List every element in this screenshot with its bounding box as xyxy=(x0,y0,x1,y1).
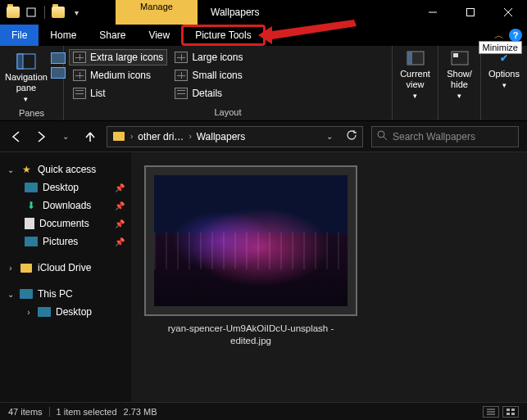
l-label: Large icons xyxy=(192,52,243,63)
address-bar[interactable]: › other dri… › Wallpapers ⌄ xyxy=(107,126,363,147)
search-placeholder: Search Wallpapers xyxy=(393,131,475,142)
tree-this-pc[interactable]: ⌄ This PC xyxy=(3,285,128,303)
ribbon-group-panes-label: Panes xyxy=(0,106,63,121)
layout-large-icons[interactable]: Large icons xyxy=(170,49,247,65)
xl-icons-icon xyxy=(73,52,86,63)
m-label: Medium icons xyxy=(90,70,151,81)
search-icon xyxy=(377,130,388,143)
layout-xl-icons[interactable]: Extra large icons xyxy=(69,49,167,65)
qat-customize-chevron-icon[interactable]: ▾ xyxy=(70,6,83,19)
close-button[interactable] xyxy=(489,0,527,25)
crumb-sep-icon: › xyxy=(189,132,191,141)
svg-rect-9 xyxy=(407,52,412,65)
pictures-icon xyxy=(25,237,38,246)
address-dropdown-chevron-icon[interactable]: ⌄ xyxy=(326,132,333,141)
ribbon-group-panes: Navigation pane ▾ Panes xyxy=(0,46,64,120)
search-box[interactable]: Search Wallpapers xyxy=(371,126,519,147)
show-hide-button[interactable]: Show/ hide ▾ xyxy=(438,46,480,100)
forward-button[interactable] xyxy=(33,129,49,145)
navigation-tree: ⌄ ★ Quick access Desktop📌 ⬇Downloads📌 Do… xyxy=(0,152,131,402)
address-folder-icon xyxy=(112,131,125,142)
maximize-button[interactable] xyxy=(452,0,489,25)
file-item[interactable]: ryan-spencer-Um9AkOiIDcU-unsplash - edit… xyxy=(144,165,357,347)
desktop2-label: Desktop xyxy=(56,306,92,318)
quick-access-label: Quick access xyxy=(38,164,96,175)
tree-quick-access[interactable]: ⌄ ★ Quick access xyxy=(3,160,128,178)
up-button[interactable] xyxy=(82,129,98,145)
details-icon xyxy=(175,88,188,99)
help-icon[interactable]: ? xyxy=(509,29,522,42)
tree-desktop[interactable]: Desktop📌 xyxy=(21,178,128,196)
chevron-down-icon: ▾ xyxy=(457,92,461,100)
current-view-icon xyxy=(404,49,427,67)
icloud-label: iCloud Drive xyxy=(38,262,91,273)
star-icon: ★ xyxy=(20,164,33,175)
pin-icon: 📌 xyxy=(115,201,125,210)
layout-list[interactable]: List xyxy=(69,85,167,102)
contextual-tab-manage[interactable]: Manage xyxy=(116,0,198,25)
tab-picture-tools[interactable]: Picture Tools xyxy=(181,25,265,46)
pictures-label: Pictures xyxy=(43,236,78,247)
tab-home[interactable]: Home xyxy=(39,25,88,46)
svg-line-13 xyxy=(384,137,387,140)
back-button[interactable] xyxy=(8,129,25,145)
view-thumbnails-button[interactable] xyxy=(502,406,519,418)
file-list-pane[interactable]: ryan-spencer-Um9AkOiIDcU-unsplash - edit… xyxy=(131,152,527,402)
ribbon-group-current-view: Current view ▾ xyxy=(393,46,438,120)
svg-rect-18 xyxy=(511,409,515,411)
layout-small-icons[interactable]: Small icons xyxy=(170,67,247,84)
caret-down-icon[interactable]: ⌄ xyxy=(7,165,15,174)
breadcrumb-2[interactable]: Wallpapers xyxy=(197,131,246,142)
xl-label: Extra large icons xyxy=(90,52,163,63)
tab-file[interactable]: File xyxy=(0,25,39,46)
details-label: Details xyxy=(192,88,222,99)
minimize-button[interactable] xyxy=(414,0,452,25)
ribbon: Navigation pane ▾ Panes Extra large icon… xyxy=(0,46,527,121)
tree-pictures[interactable]: Pictures📌 xyxy=(21,233,128,251)
view-details-button[interactable] xyxy=(483,406,499,418)
window-controls xyxy=(414,0,527,25)
recent-locations-chevron-icon[interactable]: ⌄ xyxy=(57,129,74,145)
tab-view-label: View xyxy=(148,29,170,41)
app-folder-icon xyxy=(7,6,20,19)
folder-icon xyxy=(20,262,33,273)
tab-share[interactable]: Share xyxy=(88,25,137,46)
caret-right-icon[interactable]: › xyxy=(7,264,15,273)
ribbon-tabs: File Home Share View Picture Tools ︿ ? xyxy=(0,25,527,46)
tab-share-label: Share xyxy=(99,29,125,41)
svg-rect-7 xyxy=(17,54,23,69)
current-view-button[interactable]: Current view ▾ xyxy=(393,46,438,100)
ribbon-collapse-chevron-icon[interactable]: ︿ xyxy=(494,29,504,43)
caret-right-icon[interactable]: › xyxy=(25,308,33,317)
navigation-pane-label: Navigation pane xyxy=(5,72,48,93)
tab-home-label: Home xyxy=(50,29,76,41)
status-separator xyxy=(49,407,50,417)
list-label: List xyxy=(90,88,106,99)
breadcrumb-1[interactable]: other dri… xyxy=(138,131,184,142)
status-bar: 47 items 1 item selected 2.73 MB xyxy=(0,402,527,420)
pin-icon: 📌 xyxy=(115,183,125,192)
status-size: 2.73 MB xyxy=(124,407,157,417)
tab-view[interactable]: View xyxy=(137,25,181,46)
desktop-label: Desktop xyxy=(43,182,79,193)
svg-rect-19 xyxy=(507,413,510,415)
layout-details[interactable]: Details xyxy=(170,85,247,102)
tree-desktop-pc[interactable]: › Desktop xyxy=(21,303,128,321)
documents-icon xyxy=(25,218,34,229)
show-hide-label: Show/ hide xyxy=(438,69,480,90)
caret-down-icon[interactable]: ⌄ xyxy=(7,290,15,299)
svg-rect-17 xyxy=(507,409,510,411)
refresh-button[interactable] xyxy=(338,129,357,143)
chevron-down-icon: ▾ xyxy=(502,81,507,89)
tree-icloud[interactable]: › iCloud Drive xyxy=(3,259,128,277)
layout-medium-icons[interactable]: Medium icons xyxy=(69,67,167,84)
tree-documents[interactable]: Documents📌 xyxy=(21,215,128,233)
qat-open-folder-icon[interactable] xyxy=(52,6,65,19)
qat-properties-icon[interactable] xyxy=(25,6,38,19)
tree-downloads[interactable]: ⬇Downloads📌 xyxy=(21,196,128,215)
desktop-icon xyxy=(25,183,38,192)
navigation-pane-button[interactable]: Navigation pane ▾ xyxy=(5,49,48,103)
svg-point-12 xyxy=(378,131,384,138)
tab-file-label: File xyxy=(11,29,27,41)
status-item-count: 47 items xyxy=(8,407,43,417)
